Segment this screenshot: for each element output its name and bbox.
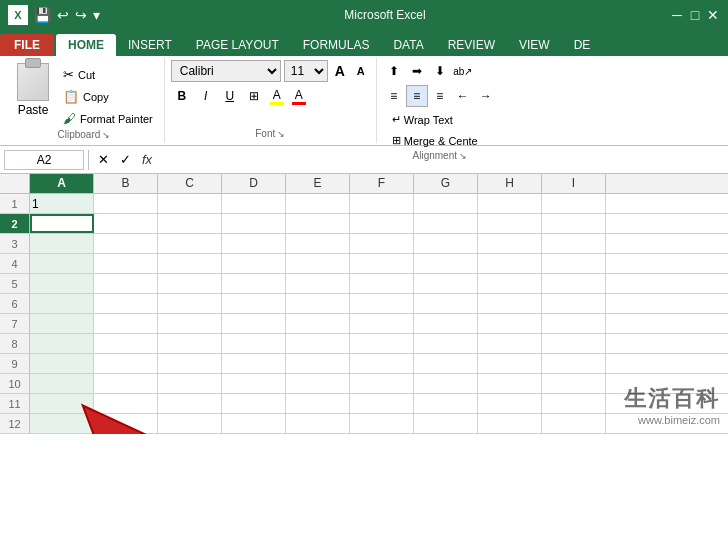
cell-H6[interactable]	[478, 294, 542, 313]
col-header-H[interactable]: H	[478, 174, 542, 193]
cell-F2[interactable]	[350, 214, 414, 233]
cell-G3[interactable]	[414, 234, 478, 253]
row-number-3[interactable]: 3	[0, 234, 30, 253]
cell-F7[interactable]	[350, 314, 414, 333]
cell-I10[interactable]	[542, 374, 606, 393]
maximize-button[interactable]: □	[688, 8, 702, 22]
name-box[interactable]	[4, 150, 84, 170]
cell-B7[interactable]	[94, 314, 158, 333]
clipboard-expand-icon[interactable]: ↘	[102, 130, 110, 140]
cell-H8[interactable]	[478, 334, 542, 353]
close-button[interactable]: ✕	[706, 8, 720, 22]
cell-F11[interactable]	[350, 394, 414, 413]
col-header-B[interactable]: B	[94, 174, 158, 193]
row-number-11[interactable]: 11	[0, 394, 30, 413]
cell-I5[interactable]	[542, 274, 606, 293]
cell-A5[interactable]	[30, 274, 94, 293]
cell-I4[interactable]	[542, 254, 606, 273]
cell-H4[interactable]	[478, 254, 542, 273]
cell-C11[interactable]	[158, 394, 222, 413]
cell-D5[interactable]	[222, 274, 286, 293]
cell-A7[interactable]	[30, 314, 94, 333]
align-top-button[interactable]: ⬆	[383, 60, 405, 82]
cell-F8[interactable]	[350, 334, 414, 353]
cell-H2[interactable]	[478, 214, 542, 233]
cell-A9[interactable]	[30, 354, 94, 373]
cell-B5[interactable]	[94, 274, 158, 293]
cell-A10[interactable]	[30, 374, 94, 393]
cell-E1[interactable]	[286, 194, 350, 213]
cell-E10[interactable]	[286, 374, 350, 393]
font-color-button[interactable]: A	[289, 86, 309, 107]
align-left-button[interactable]: ≡	[383, 85, 405, 107]
cell-H5[interactable]	[478, 274, 542, 293]
cell-I8[interactable]	[542, 334, 606, 353]
cell-A6[interactable]	[30, 294, 94, 313]
cell-D9[interactable]	[222, 354, 286, 373]
cell-H9[interactable]	[478, 354, 542, 373]
cell-B1[interactable]	[94, 194, 158, 213]
cell-C6[interactable]	[158, 294, 222, 313]
save-button[interactable]: 💾	[34, 7, 51, 23]
cell-E8[interactable]	[286, 334, 350, 353]
cell-G2[interactable]	[414, 214, 478, 233]
decrease-indent-button[interactable]: ←	[452, 85, 474, 107]
cell-D10[interactable]	[222, 374, 286, 393]
col-header-F[interactable]: F	[350, 174, 414, 193]
cell-D11[interactable]	[222, 394, 286, 413]
cell-C7[interactable]	[158, 314, 222, 333]
italic-button[interactable]: I	[195, 85, 217, 107]
cell-I2[interactable]	[542, 214, 606, 233]
cell-A3[interactable]	[30, 234, 94, 253]
merge-center-button[interactable]: ⊞ Merge & Cente	[387, 131, 483, 150]
cell-G11[interactable]	[414, 394, 478, 413]
orientation-button[interactable]: ab↗	[452, 60, 474, 82]
cell-C10[interactable]	[158, 374, 222, 393]
wrap-text-button[interactable]: ↵ Wrap Text	[387, 110, 483, 129]
cell-F9[interactable]	[350, 354, 414, 373]
cell-A1[interactable]: 1	[30, 194, 94, 213]
cell-F5[interactable]	[350, 274, 414, 293]
cell-A8[interactable]	[30, 334, 94, 353]
row-number-2[interactable]: 2	[0, 214, 30, 233]
row-number-6[interactable]: 6	[0, 294, 30, 313]
cell-B10[interactable]	[94, 374, 158, 393]
row-number-9[interactable]: 9	[0, 354, 30, 373]
cell-F3[interactable]	[350, 234, 414, 253]
cell-F12[interactable]	[350, 414, 414, 433]
tab-page-layout[interactable]: PAGE LAYOUT	[184, 34, 291, 56]
cell-H11[interactable]	[478, 394, 542, 413]
cell-G7[interactable]	[414, 314, 478, 333]
cell-B8[interactable]	[94, 334, 158, 353]
copy-button[interactable]: 📋 Copy	[58, 86, 158, 107]
cell-G9[interactable]	[414, 354, 478, 373]
cell-F1[interactable]	[350, 194, 414, 213]
cell-B3[interactable]	[94, 234, 158, 253]
confirm-formula-button[interactable]: ✓	[115, 150, 135, 170]
cell-F6[interactable]	[350, 294, 414, 313]
cell-A4[interactable]	[30, 254, 94, 273]
tab-formulas[interactable]: FORMULAS	[291, 34, 382, 56]
row-number-1[interactable]: 1	[0, 194, 30, 213]
format-painter-button[interactable]: 🖌 Format Painter	[58, 108, 158, 129]
paste-button[interactable]: Paste	[10, 60, 56, 120]
cell-F4[interactable]	[350, 254, 414, 273]
cell-E12[interactable]	[286, 414, 350, 433]
cell-A12[interactable]	[30, 414, 94, 433]
cell-G6[interactable]	[414, 294, 478, 313]
borders-button[interactable]: ⊞	[243, 85, 265, 107]
col-header-I[interactable]: I	[542, 174, 606, 193]
col-header-A[interactable]: A	[30, 174, 94, 193]
cell-D7[interactable]	[222, 314, 286, 333]
align-center-button[interactable]: ≡	[406, 85, 428, 107]
cell-E7[interactable]	[286, 314, 350, 333]
cell-F10[interactable]	[350, 374, 414, 393]
cell-C5[interactable]	[158, 274, 222, 293]
quick-access-more-button[interactable]: ▾	[93, 7, 100, 23]
cell-H12[interactable]	[478, 414, 542, 433]
cell-G8[interactable]	[414, 334, 478, 353]
tab-review[interactable]: REVIEW	[436, 34, 507, 56]
cell-I9[interactable]	[542, 354, 606, 373]
cell-C3[interactable]	[158, 234, 222, 253]
cell-H10[interactable]	[478, 374, 542, 393]
